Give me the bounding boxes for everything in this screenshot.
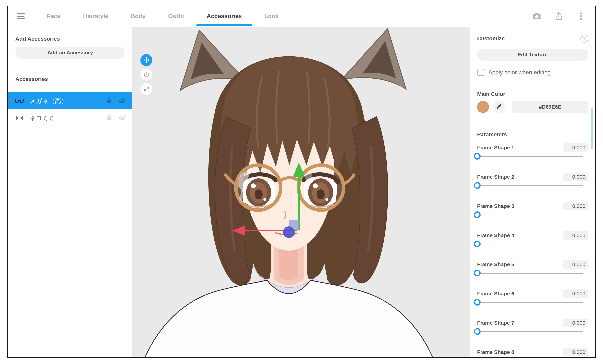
help-icon[interactable]: ? <box>580 35 588 43</box>
panel-divider <box>470 83 595 83</box>
main-color-swatch[interactable] <box>477 101 489 113</box>
accessory-item-cat-ears[interactable]: ネコミミ <box>8 109 132 126</box>
apply-color-checkbox-row[interactable]: Apply color when editing <box>477 69 588 76</box>
accessory-item-glasses[interactable]: メガネ（高） <box>8 92 132 109</box>
eye-off-icon[interactable] <box>118 97 126 105</box>
parameter-label: Frame Shape 1 <box>477 145 514 151</box>
slider-track[interactable] <box>477 185 583 186</box>
parameter-row-frame-shape-1: Frame Shape 10.000 <box>477 143 588 160</box>
parameter-row-frame-shape-7: Frame Shape 70.000 <box>477 319 588 335</box>
apply-color-checkbox[interactable] <box>477 69 484 76</box>
parameters-heading: Parameters <box>477 131 588 138</box>
parameter-row-frame-shape-5: Frame Shape 50.000 <box>477 260 588 277</box>
character-render <box>132 27 470 357</box>
lock-icon[interactable] <box>105 97 113 105</box>
edit-texture-button[interactable]: Edit Texture <box>477 49 588 61</box>
parameter-label: Frame Shape 4 <box>477 232 514 238</box>
accessory-item-label: メガネ（高） <box>29 97 67 105</box>
parameter-value-box[interactable]: 0.000 <box>563 348 588 356</box>
topbar-actions <box>531 11 586 22</box>
slider-thumb[interactable] <box>474 182 481 189</box>
parameter-label: Frame Shape 8 <box>477 349 514 355</box>
parameter-row-frame-shape-2: Frame Shape 20.000 <box>477 173 588 189</box>
parameter-row-frame-shape-4: Frame Shape 40.000 <box>477 231 588 247</box>
camera-icon[interactable] <box>531 11 542 22</box>
slider-track[interactable] <box>477 215 583 215</box>
hamburger-menu-icon[interactable] <box>15 11 26 22</box>
accessory-item-label: ネコミミ <box>29 114 55 122</box>
slider-track[interactable] <box>477 331 583 332</box>
slider-track[interactable] <box>477 302 583 303</box>
slider-track[interactable] <box>477 244 583 244</box>
parameter-label: Frame Shape 5 <box>477 261 514 267</box>
eyedropper-icon[interactable] <box>493 101 505 113</box>
slider-thumb[interactable] <box>474 270 481 276</box>
parameter-slider[interactable] <box>477 299 588 306</box>
parameter-value-box[interactable]: 0.000 <box>563 143 588 152</box>
parameter-row-frame-shape-6: Frame Shape 60.000 <box>477 289 588 306</box>
slider-thumb[interactable] <box>474 211 481 218</box>
slider-thumb[interactable] <box>474 328 481 335</box>
accessories-sidebar: Add Accessories Add an Accessory Accesso… <box>8 27 132 357</box>
tab-body[interactable]: Body <box>123 6 153 26</box>
panel-divider <box>470 120 595 120</box>
parameter-label: Frame Shape 6 <box>477 291 514 297</box>
parameter-slider[interactable] <box>477 328 588 335</box>
slider-thumb[interactable] <box>474 153 481 160</box>
parameter-slider[interactable] <box>477 241 588 247</box>
main-color-hex-field[interactable]: #D69E6E <box>512 101 588 113</box>
customize-panel: Customize ? Edit Texture Apply color whe… <box>470 27 595 357</box>
parameter-value-box[interactable]: 0.000 <box>563 231 588 240</box>
main-color-heading: Main Color <box>477 91 588 97</box>
parameter-value-box[interactable]: 0.000 <box>563 260 588 269</box>
accessories-list: メガネ（高） ネコミミ <box>8 92 132 126</box>
parameter-label: Frame Shape 3 <box>477 203 514 209</box>
parameter-value-box[interactable]: 0.000 <box>563 319 588 327</box>
move-tool[interactable] <box>140 54 152 66</box>
move-icon <box>143 57 150 64</box>
gizmo-origin-handle[interactable] <box>283 227 294 238</box>
parameter-value-box[interactable]: 0.000 <box>563 173 588 181</box>
parameter-slider[interactable] <box>477 153 588 160</box>
scale-icon <box>143 86 150 92</box>
cat-ears-icon <box>14 114 24 122</box>
parameter-slider[interactable] <box>477 211 588 218</box>
kebab-menu-icon[interactable] <box>575 11 586 22</box>
sidebar-divider <box>8 66 132 66</box>
slider-track[interactable] <box>477 273 583 274</box>
slider-thumb[interactable] <box>474 241 481 247</box>
add-an-accessory-button[interactable]: Add an Accessory <box>15 47 125 59</box>
viewport-canvas[interactable] <box>132 27 470 357</box>
parameter-label: Frame Shape 2 <box>477 174 514 180</box>
tab-accessories[interactable]: Accessories <box>199 6 249 26</box>
eye-off-icon[interactable] <box>118 114 126 121</box>
slider-thumb[interactable] <box>474 299 481 306</box>
tab-outfit[interactable]: Outfit <box>161 6 192 26</box>
main-color-row: #D69E6E <box>477 101 588 113</box>
apply-color-label: Apply color when editing <box>488 69 551 76</box>
add-accessories-heading: Add Accessories <box>15 27 125 42</box>
app-window: Face Hairstyle Body Outfit Accessories L… <box>7 6 596 358</box>
main-tabs: Face Hairstyle Body Outfit Accessories L… <box>39 6 294 26</box>
panel-scrollbar-thumb[interactable] <box>591 108 593 149</box>
parameter-value-box[interactable]: 0.000 <box>563 289 588 298</box>
rotate-tool[interactable] <box>140 69 152 81</box>
tab-face[interactable]: Face <box>39 6 68 26</box>
parameter-slider[interactable] <box>477 182 588 189</box>
rotate-icon <box>143 71 150 78</box>
accessories-list-heading: Accessories <box>15 76 125 82</box>
lock-icon[interactable] <box>105 114 113 121</box>
customize-heading: Customize <box>477 35 505 42</box>
transform-toolbar <box>140 54 152 95</box>
glasses-icon <box>14 97 24 105</box>
scale-tool[interactable] <box>140 83 152 95</box>
tab-hairstyle[interactable]: Hairstyle <box>76 6 116 26</box>
parameter-label: Frame Shape 7 <box>477 320 514 326</box>
parameter-row-frame-shape-3: Frame Shape 30.000 <box>477 202 588 218</box>
parameter-row-frame-shape-8: Frame Shape 80.000 <box>477 348 588 357</box>
parameter-value-box[interactable]: 0.000 <box>563 202 588 210</box>
tab-look[interactable]: Look <box>257 6 286 26</box>
export-icon[interactable] <box>553 11 564 22</box>
parameter-slider[interactable] <box>477 270 588 277</box>
slider-track[interactable] <box>477 156 583 157</box>
